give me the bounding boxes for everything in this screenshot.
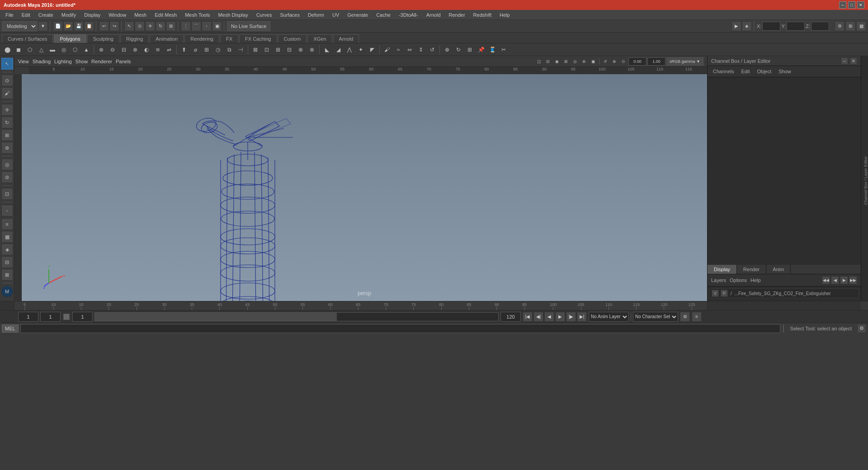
- vp-icon10[interactable]: ⊙: [619, 57, 627, 66]
- settings-btn[interactable]: ⚙: [835, 21, 844, 31]
- icon-slide-edge[interactable]: ⇔: [404, 44, 415, 55]
- open-btn[interactable]: 📂: [63, 21, 73, 31]
- sculpt-btn[interactable]: ⊘: [1, 171, 13, 183]
- no-live-surface-btn[interactable]: No Live Surface: [227, 21, 270, 31]
- vp-icon2[interactable]: ⊟: [544, 57, 552, 66]
- snap-view-btn[interactable]: ▣: [212, 21, 222, 31]
- icon-bevel[interactable]: ◣: [321, 44, 332, 55]
- shading-menu[interactable]: Shading: [33, 59, 51, 64]
- tab-fx-caching[interactable]: FX Caching: [239, 34, 277, 43]
- icon-uv-sew[interactable]: 🧵: [487, 44, 498, 55]
- menu-mesh-tools[interactable]: Mesh Tools: [181, 11, 213, 19]
- icon-uv-rotate[interactable]: ↻: [453, 44, 464, 55]
- snap-curve-btn[interactable]: ⌒: [191, 21, 201, 31]
- menu-arnold[interactable]: Arnold: [423, 11, 444, 19]
- mel-input[interactable]: [20, 324, 780, 333]
- show-menu[interactable]: Show: [75, 59, 88, 64]
- icon-relax[interactable]: ≈: [393, 44, 404, 55]
- icon-uv-cut[interactable]: ✂: [498, 44, 509, 55]
- tab-show[interactable]: Show: [777, 68, 793, 75]
- jump-start-btn[interactable]: |◀: [523, 312, 533, 322]
- lasso-tool-btn[interactable]: ⊙: [1, 75, 13, 86]
- tab-custom[interactable]: Custom: [278, 34, 307, 43]
- icon-average[interactable]: ≋: [152, 44, 163, 55]
- icon-separate[interactable]: ⊖: [107, 44, 118, 55]
- grid-view-btn[interactable]: ⊞: [845, 21, 855, 31]
- menu-display[interactable]: Display: [80, 11, 104, 19]
- tab-channels[interactable]: Channels: [711, 68, 736, 75]
- tab-display[interactable]: Display: [708, 265, 737, 274]
- icon-insert-edge[interactable]: ⊠: [250, 44, 261, 55]
- menu-uv[interactable]: UV: [329, 11, 343, 19]
- tab-animation[interactable]: Animation: [150, 34, 184, 43]
- icon-connect[interactable]: ⊞: [273, 44, 283, 55]
- left-btn-attr[interactable]: ⊠: [1, 269, 13, 281]
- save-btn[interactable]: 💾: [74, 21, 84, 31]
- icon-prism[interactable]: ⬡: [70, 44, 80, 55]
- renderer-menu[interactable]: Renderer: [91, 59, 112, 64]
- icon-uv-scale[interactable]: ⊞: [464, 44, 475, 55]
- icon-detach[interactable]: ⊟: [284, 44, 295, 55]
- mode-arrow-btn[interactable]: ▼: [38, 21, 48, 31]
- vp-icon3[interactable]: ◉: [553, 57, 561, 66]
- y-input[interactable]: [787, 22, 805, 31]
- icon-weld[interactable]: ⊗: [307, 44, 317, 55]
- vp-icon4[interactable]: ⊞: [562, 57, 570, 66]
- move-tool-btn[interactable]: ✛: [1, 104, 13, 116]
- frame-input2[interactable]: [40, 312, 61, 322]
- scale-btn[interactable]: ⊞: [166, 21, 176, 31]
- menu-cache[interactable]: Cache: [373, 11, 394, 19]
- select-btn[interactable]: ↖: [124, 21, 134, 31]
- new-btn[interactable]: 📄: [53, 21, 63, 31]
- panel-minimize-btn[interactable]: ─: [841, 57, 848, 65]
- menu-create[interactable]: Create: [35, 11, 57, 19]
- tab-object[interactable]: Object: [755, 68, 773, 75]
- play-back-btn[interactable]: ◀: [544, 312, 554, 322]
- tab-edit[interactable]: Edit: [739, 68, 751, 75]
- panel-close-btn[interactable]: ✕: [850, 57, 857, 65]
- vp-icon1[interactable]: ◫: [535, 57, 543, 66]
- tab-rendering[interactable]: Rendering: [184, 34, 219, 43]
- rotate-btn[interactable]: ↻: [156, 21, 165, 31]
- vp-icon8[interactable]: ↺: [601, 57, 609, 66]
- menu-generate[interactable]: Generate: [344, 11, 372, 19]
- layer-v-toggle[interactable]: V: [712, 290, 719, 297]
- menu-deform[interactable]: Deform: [304, 11, 328, 19]
- vp-icon9[interactable]: ⊗: [610, 57, 618, 66]
- snap-point-btn[interactable]: ◦: [202, 21, 212, 31]
- icon-extract[interactable]: ⊣: [235, 44, 246, 55]
- playback-extra-btn[interactable]: ≡: [692, 312, 702, 322]
- frame-input3[interactable]: [72, 312, 93, 322]
- menu-window[interactable]: Window: [105, 11, 130, 19]
- mode-dropdown[interactable]: Modeling: [2, 21, 38, 31]
- minimize-button[interactable]: ─: [839, 1, 846, 9]
- view-menu[interactable]: View: [18, 59, 29, 64]
- menu-file[interactable]: File: [2, 11, 17, 19]
- icon-pyramid[interactable]: ▲: [81, 44, 92, 55]
- maximize-button[interactable]: □: [848, 1, 855, 9]
- icon-mirror[interactable]: ⊟: [118, 44, 129, 55]
- move-btn[interactable]: ✛: [145, 21, 155, 31]
- window-controls[interactable]: ─ □ ✕: [839, 1, 864, 9]
- playback-settings-btn[interactable]: ⚙: [680, 312, 690, 322]
- icon-cylinder[interactable]: ⬠: [24, 44, 35, 55]
- icon-wedge[interactable]: ◤: [367, 44, 377, 55]
- icon-torus[interactable]: ◎: [58, 44, 69, 55]
- vp-icon5[interactable]: ◎: [571, 57, 579, 66]
- snap-grid-btn[interactable]: ⋮: [181, 21, 191, 31]
- panels-menu[interactable]: Panels: [116, 59, 131, 64]
- tab-options[interactable]: Options: [730, 277, 747, 283]
- icon-paint[interactable]: 🖌: [382, 44, 392, 55]
- icon-cube[interactable]: ◼: [13, 44, 24, 55]
- menu-render[interactable]: Render: [445, 11, 469, 19]
- scale-tool-btn[interactable]: ⊞: [1, 129, 13, 141]
- mel-gear-btn[interactable]: ⚙: [857, 324, 866, 333]
- tab-xgen[interactable]: XGen: [307, 34, 332, 43]
- maya-logo-btn[interactable]: M: [1, 286, 13, 297]
- tab-anim[interactable]: Anim: [766, 265, 791, 274]
- icon-cone[interactable]: △: [36, 44, 47, 55]
- show-manip-btn[interactable]: ⊡: [1, 188, 13, 200]
- rotate-tool-btn[interactable]: ↻: [1, 117, 13, 128]
- range-slider[interactable]: [94, 312, 499, 321]
- icon-spin-edge[interactable]: ↺: [427, 44, 438, 55]
